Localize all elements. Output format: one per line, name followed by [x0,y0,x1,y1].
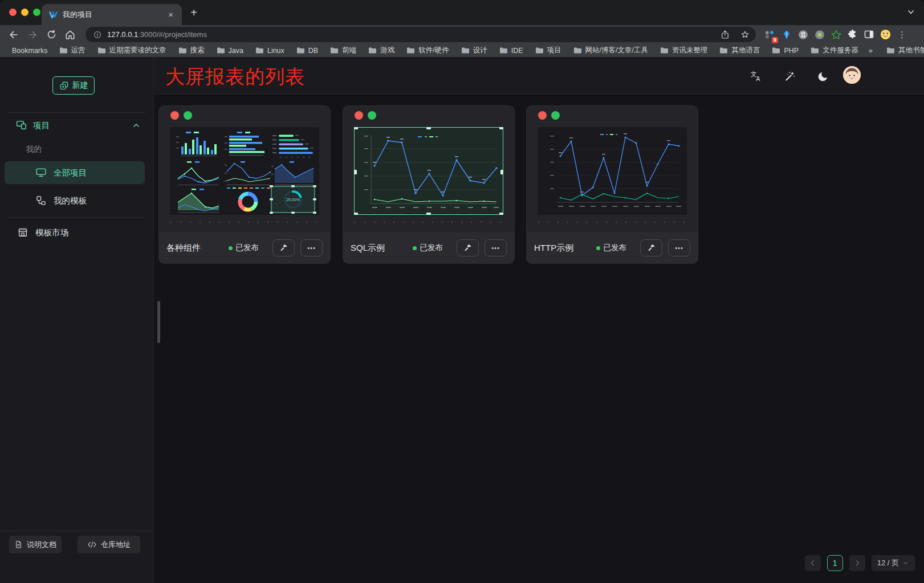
theme-wand-button[interactable] [780,67,799,85]
project-card[interactable]: SQL示例 已发布 ••• [343,105,515,264]
sidebar-group-label: 项目 [33,120,50,131]
back-button[interactable] [7,28,21,42]
status-label: 已发布 [420,243,443,253]
project-thumbnail[interactable] [538,127,687,215]
address-bar[interactable]: 127.0.0.1:3000/#/project/items [86,27,756,42]
more-actions-button[interactable]: ••• [300,239,323,256]
new-tab-button[interactable]: + [187,6,201,20]
prev-page-button[interactable] [805,555,821,571]
red-dot-icon [355,111,363,120]
sidebar-divider [8,217,145,218]
extensions-puzzle-icon[interactable] [844,27,861,43]
green-dot-icon [184,111,192,120]
project-card[interactable]: HTTP示例 已发布 ••• [526,105,698,264]
bookmark-folder[interactable]: 游戏 [368,46,394,55]
minimize-window-button[interactable] [21,9,29,16]
more-actions-button[interactable]: ••• [668,239,690,256]
bookmark-folder[interactable]: 资讯未整理 [660,46,708,55]
bookmarks-overflow-button[interactable]: » [869,46,873,55]
wand-icon [783,70,796,83]
card-traffic-dots [538,111,560,120]
bookmark-folder[interactable]: Linux [255,47,284,55]
tab-close-icon[interactable]: × [166,10,175,19]
site-info-icon[interactable] [93,30,102,39]
other-bookmarks-folder[interactable]: 其他书签 [886,46,924,55]
bookmark-folder[interactable]: 软件/硬件 [406,46,449,55]
bookmark-folder[interactable]: 搜索 [178,46,205,55]
sidebar-group-projects[interactable]: 项目 [16,116,141,134]
language-button[interactable]: 文 A [747,67,765,85]
bookmark-folder[interactable]: 设计 [461,46,487,55]
current-page-button[interactable]: 1 [827,555,843,571]
home-button[interactable] [63,28,77,42]
copy-plus-icon [59,81,69,91]
chevron-up-icon[interactable] [132,121,141,130]
bookmark-folder[interactable]: 前端 [330,46,356,55]
new-project-button[interactable]: 新建 [52,76,95,95]
user-avatar[interactable] [843,66,861,84]
emoji-extension-icon[interactable] [877,27,894,43]
project-card[interactable]: 25.00% 各种组件 已发布 ••• [158,105,331,264]
tab-search-button[interactable] [906,7,915,17]
extension-record-icon[interactable] [811,27,828,43]
bookmarks-bar: Bookmarks 运营 近期需要读的文章 搜索 [0,44,924,57]
folder-icon [660,47,669,54]
repo-button[interactable]: 仓库地址 [78,536,140,553]
edit-project-button[interactable] [272,239,295,256]
sidebar-item-all-projects[interactable]: 全部项目 [5,161,145,184]
side-panel-icon[interactable] [861,27,877,43]
red-dot-icon [170,111,179,120]
folder-icon [178,47,187,54]
document-icon [14,540,23,549]
browser-menu-button[interactable]: ⋮ [894,27,910,43]
bookmark-folder[interactable]: DB [296,47,318,55]
card-footer: SQL示例 已发布 ••• [343,232,514,264]
bookmark-folder[interactable]: 文件服务器 [811,46,858,55]
bookmarks-root-label[interactable]: Bookmarks [12,47,48,55]
bookmark-folder[interactable]: Java [217,47,243,55]
docs-button[interactable]: 说明文档 [9,536,62,553]
dark-mode-button[interactable] [813,67,832,85]
folder-icon [255,47,264,54]
project-thumbnail[interactable]: 25.00% [170,127,319,215]
next-page-button[interactable] [849,555,865,571]
browser-tab[interactable]: 我的项目 × [42,4,182,25]
more-actions-button[interactable]: ••• [485,239,507,256]
folder-icon [719,47,728,54]
tab-title: 我的项目 [63,10,161,20]
bookmark-star-button[interactable] [738,27,752,42]
favicon-icon [48,10,58,19]
extension-command-icon[interactable] [795,27,811,43]
edit-project-button[interactable] [640,239,662,256]
other-bookmarks-label: 其他书签 [898,46,924,55]
reload-button[interactable] [44,28,58,42]
scrollbar-thumb[interactable] [157,301,160,343]
folder-icon [772,47,780,54]
bookmark-folder[interactable]: 项目 [535,46,561,55]
card-footer: 各种组件 已发布 ••• [159,232,330,264]
bookmark-folder[interactable]: 近期需要读的文章 [97,46,166,55]
bookmark-folder[interactable]: 网站/博客/文章/工具 [573,46,648,55]
bookmark-folder[interactable]: 运营 [59,46,86,55]
forward-button[interactable] [26,28,39,42]
status-dot-icon [229,246,233,250]
zoom-window-button[interactable] [33,9,40,16]
close-window-button[interactable] [9,9,17,16]
sidebar: 新建 项目 我的 全部项目 [0,57,154,583]
share-button[interactable] [718,27,732,42]
extension-gem-icon[interactable] [778,27,795,43]
project-thumbnail[interactable] [354,127,503,215]
chevron-down-icon [902,560,909,566]
extension-star-icon[interactable] [828,27,844,43]
extension-grid-diamond-icon[interactable]: 9 [762,27,778,43]
bookmark-folder[interactable]: PHP [772,47,799,55]
bookmark-folder[interactable]: IDE [499,47,523,55]
page-size-select[interactable]: 12 / 页 [872,555,915,571]
edit-project-button[interactable] [457,239,479,256]
bookmark-folder-label: 近期需要读的文章 [109,46,166,55]
bookmark-folder[interactable]: 其他语言 [719,46,760,55]
sidebar-item-my-templates[interactable]: 我的模板 [5,189,145,212]
project-list-content: 25.00% 各种组件 已发布 ••• [154,96,924,583]
sidebar-item-template-market[interactable]: 模板市场 [5,221,145,244]
screens-icon [16,120,27,131]
